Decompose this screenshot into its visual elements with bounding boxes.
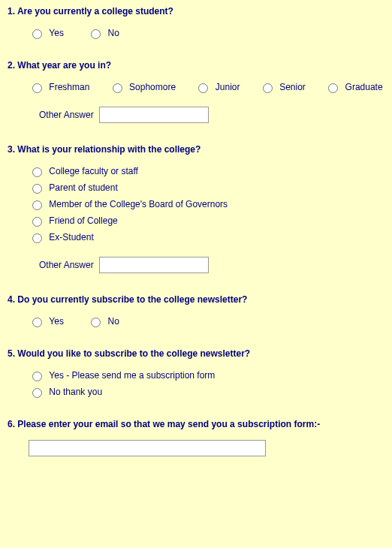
q2-option-junior[interactable]: Junior (194, 81, 240, 93)
q2-option-freshman[interactable]: Freshman (29, 81, 89, 93)
q5-option-no[interactable]: No thank you (29, 386, 384, 398)
question-3-options: College faculty or staff Parent of stude… (29, 165, 384, 243)
q2-radio-sophomore[interactable] (113, 83, 122, 93)
q2-option-graduate[interactable]: Graduate (324, 81, 382, 93)
q3-other-row: Other Answer (39, 257, 384, 273)
question-1: 1. Are you currently a college student? … (8, 6, 384, 39)
q5-label-yes: Yes - Please send me a subscription form (49, 370, 215, 381)
q3-label-faculty: College faculty or staff (49, 166, 138, 176)
question-2-text: 2. What year are you in? (8, 60, 384, 71)
question-5-options: Yes - Please send me a subscription form… (29, 369, 384, 398)
question-6: 6. Please enter your email so that we ma… (8, 419, 384, 456)
question-2: 2. What year are you in? Freshman Sophom… (8, 60, 384, 123)
question-1-text: 1. Are you currently a college student? (8, 6, 384, 17)
question-4-text: 4. Do you currently subscribe to the col… (8, 294, 384, 305)
question-5: 5. Would you like to subscribe to the co… (8, 348, 384, 398)
q5-option-yes[interactable]: Yes - Please send me a subscription form (29, 369, 384, 381)
q3-other-label: Other Answer (39, 260, 94, 270)
q2-label-sophomore: Sophomore (129, 82, 176, 92)
q2-label-graduate: Graduate (345, 82, 383, 92)
q2-other-label: Other Answer (39, 110, 94, 120)
q3-label-exstudent: Ex-Student (49, 232, 93, 242)
q4-radio-no[interactable] (91, 318, 101, 327)
q2-other-row: Other Answer (39, 107, 384, 123)
q2-option-sophomore[interactable]: Sophomore (109, 81, 176, 93)
q1-radio-yes[interactable] (32, 29, 42, 39)
q2-label-freshman: Freshman (49, 82, 89, 92)
q1-label-no: No (108, 28, 119, 38)
q1-radio-no[interactable] (91, 29, 101, 39)
q2-label-senior: Senior (279, 82, 306, 92)
q5-radio-no[interactable] (32, 388, 42, 398)
q4-option-no[interactable]: No (87, 315, 119, 327)
question-2-options: Freshman Sophomore Junior Senior Graduat… (29, 81, 384, 93)
q2-label-junior: Junior (216, 82, 240, 92)
q3-other-input[interactable] (99, 257, 209, 273)
q2-radio-junior[interactable] (198, 83, 208, 93)
q6-email-input[interactable] (29, 440, 266, 456)
q3-radio-faculty[interactable] (32, 167, 42, 177)
q2-other-input[interactable] (99, 107, 209, 123)
q4-option-yes[interactable]: Yes (29, 315, 64, 327)
q3-option-parent[interactable]: Parent of student (29, 182, 384, 194)
q2-option-senior[interactable]: Senior (259, 81, 306, 93)
q2-radio-senior[interactable] (263, 83, 273, 93)
q3-label-parent: Parent of student (49, 182, 117, 193)
question-3-text: 3. What is your relationship with the co… (8, 144, 384, 155)
q4-label-no: No (108, 316, 119, 327)
q3-label-board: Member of the College's Board of Governo… (49, 199, 228, 209)
q2-radio-graduate[interactable] (328, 83, 338, 93)
q3-option-friend[interactable]: Friend of College (29, 215, 384, 227)
question-5-text: 5. Would you like to subscribe to the co… (8, 348, 384, 359)
q4-label-yes: Yes (49, 316, 64, 327)
q1-label-yes: Yes (49, 28, 64, 38)
question-4: 4. Do you currently subscribe to the col… (8, 294, 384, 327)
question-3: 3. What is your relationship with the co… (8, 144, 384, 273)
q1-option-yes[interactable]: Yes (29, 27, 64, 39)
question-4-options: Yes No (29, 315, 384, 327)
q3-radio-board[interactable] (32, 200, 42, 210)
q4-radio-yes[interactable] (32, 318, 42, 327)
question-6-text: 6. Please enter your email so that we ma… (8, 419, 384, 429)
q3-label-friend: Friend of College (49, 215, 117, 226)
q2-radio-freshman[interactable] (32, 83, 42, 93)
q3-radio-exstudent[interactable] (32, 233, 42, 243)
question-1-options: Yes No (29, 27, 384, 39)
q3-option-faculty[interactable]: College faculty or staff (29, 165, 384, 177)
q1-option-no[interactable]: No (87, 27, 119, 39)
q3-option-exstudent[interactable]: Ex-Student (29, 231, 384, 243)
q3-option-board[interactable]: Member of the College's Board of Governo… (29, 198, 384, 210)
q5-label-no: No thank you (49, 387, 102, 397)
q5-radio-yes[interactable] (32, 372, 42, 381)
q3-radio-parent[interactable] (32, 184, 42, 194)
q6-email-row (29, 440, 384, 456)
q3-radio-friend[interactable] (32, 217, 42, 227)
